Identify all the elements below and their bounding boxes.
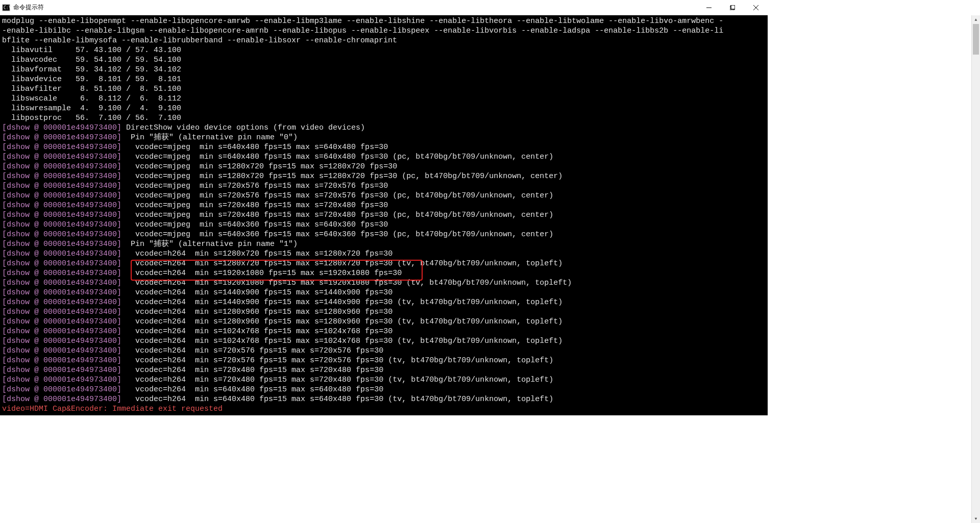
dshow-h264-line: [dshow @ 000001e494973400] vcodec=h264 m… — [2, 365, 766, 375]
window-title: 命令提示符 — [13, 3, 44, 12]
titlebar-left: C:\ 命令提示符 — [0, 3, 44, 12]
dshow-h264-line: [dshow @ 000001e494973400] vcodec=h264 m… — [2, 278, 766, 288]
dshow-h264-line: [dshow @ 000001e494973400] vcodec=h264 m… — [2, 268, 766, 278]
lib-version-line: libavfilter 8. 51.100 / 8. 51.100 — [2, 84, 766, 94]
dshow-h264-line: [dshow @ 000001e494973400] vcodec=h264 m… — [2, 297, 766, 307]
window-controls — [697, 0, 768, 15]
lib-version-line: libavdevice 59. 8.101 / 59. 8.101 — [2, 74, 766, 84]
blank-line — [2, 414, 766, 415]
dshow-h264-line: [dshow @ 000001e494973400] vcodec=h264 m… — [2, 346, 766, 356]
close-button[interactable] — [744, 0, 768, 15]
dshow-h264-line: [dshow @ 000001e494973400] vcodec=h264 m… — [2, 385, 766, 394]
dshow-h264-line: [dshow @ 000001e494973400] vcodec=h264 m… — [2, 307, 766, 317]
dshow-h264-line: [dshow @ 000001e494973400] vcodec=h264 m… — [2, 336, 766, 346]
dshow-h264-line: [dshow @ 000001e494973400] vcodec=h264 m… — [2, 288, 766, 297]
svg-text:C:\: C:\ — [4, 6, 10, 10]
dshow-mjpeg-line: [dshow @ 000001e494973400] vcodec=mjpeg … — [2, 210, 766, 220]
config-line: -enable-libilbc --enable-libgsm --enable… — [2, 26, 766, 36]
lib-version-line: libswresample 4. 9.100 / 4. 9.100 — [2, 104, 766, 113]
dshow-mjpeg-line: [dshow @ 000001e494973400] vcodec=mjpeg … — [2, 220, 766, 230]
maximize-button[interactable] — [721, 0, 744, 15]
dshow-h264-line: [dshow @ 000001e494973400] vcodec=h264 m… — [2, 259, 766, 268]
dshow-h264-line: [dshow @ 000001e494973400] vcodec=h264 m… — [2, 327, 766, 336]
dshow-mjpeg-line: [dshow @ 000001e494973400] vcodec=mjpeg … — [2, 162, 766, 171]
config-line: bflite --enable-libmysofa --enable-libru… — [2, 36, 766, 45]
terminal-output[interactable]: modplug --enable-libopenmpt --enable-lib… — [0, 15, 768, 415]
dshow-mjpeg-line: [dshow @ 000001e494973400] vcodec=mjpeg … — [2, 171, 766, 181]
dshow-h264-line: [dshow @ 000001e494973400] vcodec=h264 m… — [2, 375, 766, 385]
lib-version-line: libpostproc 56. 7.100 / 56. 7.100 — [2, 113, 766, 123]
dshow-pin1: [dshow @ 000001e494973400] Pin "捕获" (alt… — [2, 239, 766, 249]
dshow-mjpeg-line: [dshow @ 000001e494973400] vcodec=mjpeg … — [2, 230, 766, 239]
titlebar[interactable]: C:\ 命令提示符 — [0, 0, 768, 15]
lib-version-line: libavformat 59. 34.102 / 59. 34.102 — [2, 65, 766, 74]
dshow-header: [dshow @ 000001e494973400] DirectShow vi… — [2, 123, 766, 133]
dshow-mjpeg-line: [dshow @ 000001e494973400] vcodec=mjpeg … — [2, 201, 766, 210]
dshow-pin0: [dshow @ 000001e494973400] Pin "捕获" (alt… — [2, 133, 766, 142]
dshow-h264-line: [dshow @ 000001e494973400] vcodec=h264 m… — [2, 356, 766, 365]
dshow-h264-line: [dshow @ 000001e494973400] vcodec=h264 m… — [2, 249, 766, 259]
lib-version-line: libavutil 57. 43.100 / 57. 43.100 — [2, 45, 766, 55]
dshow-mjpeg-line: [dshow @ 000001e494973400] vcodec=mjpeg … — [2, 181, 766, 191]
svg-rect-4 — [731, 5, 735, 9]
exit-message: video=HDMI Cap&Encoder: Immediate exit r… — [2, 404, 766, 414]
dshow-h264-line: [dshow @ 000001e494973400] vcodec=h264 m… — [2, 394, 766, 404]
cmd-window: C:\ 命令提示符 modplug --enable-libopenmpt --… — [0, 0, 768, 415]
dshow-mjpeg-line: [dshow @ 000001e494973400] vcodec=mjpeg … — [2, 191, 766, 201]
dshow-mjpeg-line: [dshow @ 000001e494973400] vcodec=mjpeg … — [2, 142, 766, 152]
lib-version-line: libavcodec 59. 54.100 / 59. 54.100 — [2, 55, 766, 65]
lib-version-line: libswscale 6. 8.112 / 6. 8.112 — [2, 94, 766, 104]
dshow-h264-line: [dshow @ 000001e494973400] vcodec=h264 m… — [2, 317, 766, 327]
cmd-icon: C:\ — [2, 4, 10, 12]
minimize-button[interactable] — [697, 0, 721, 15]
dshow-mjpeg-line: [dshow @ 000001e494973400] vcodec=mjpeg … — [2, 152, 766, 162]
config-line: modplug --enable-libopenmpt --enable-lib… — [2, 16, 766, 26]
